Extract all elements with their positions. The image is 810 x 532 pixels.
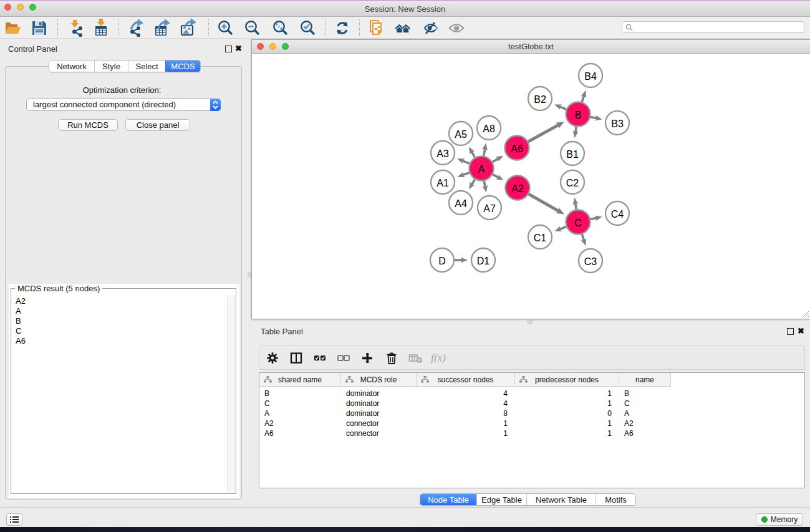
search-input[interactable] <box>634 22 804 32</box>
tab-mcds[interactable]: MCDS <box>165 60 200 72</box>
mcds-result-item[interactable]: C <box>11 326 233 336</box>
select-all-button[interactable] <box>311 349 329 367</box>
graph-node-C[interactable]: C <box>566 210 591 235</box>
hide-selected-button[interactable] <box>421 17 441 39</box>
tab-edge-table[interactable]: Edge Table <box>476 494 526 505</box>
network-window-titlebar[interactable]: testGlobe.txt <box>252 40 810 54</box>
table-panel-float-button[interactable] <box>787 328 794 335</box>
refresh-button[interactable] <box>332 17 352 39</box>
graph-node-B[interactable]: B <box>566 102 591 127</box>
tab-network[interactable]: Network <box>49 60 94 72</box>
show-columns-button[interactable] <box>287 349 305 367</box>
mcds-result-item[interactable]: A2 <box>11 296 233 306</box>
delete-rows-button[interactable] <box>383 349 400 367</box>
graph-node-A5[interactable]: A5 <box>449 122 473 145</box>
window-resize-grip[interactable] <box>803 311 809 317</box>
close-panel-button[interactable]: Close panel <box>125 119 190 131</box>
column-header-successor-nodes[interactable]: successor nodes <box>417 373 515 387</box>
criterion-dropdown[interactable]: largest connected component (directed) <box>26 99 221 111</box>
graph-edge-A-A3[interactable] <box>457 158 470 164</box>
add-row-button[interactable] <box>359 349 376 367</box>
column-header-MCDS-role[interactable]: MCDS role <box>341 373 417 387</box>
column-header-shared-name[interactable]: shared name <box>259 373 341 387</box>
column-header-name[interactable]: name <box>619 373 671 387</box>
graph-edge-B-B2[interactable] <box>554 104 566 110</box>
table-row[interactable]: A6connector11A6 <box>259 428 671 438</box>
table-row[interactable]: Cdominator41C <box>259 399 671 409</box>
tab-node-table[interactable]: Node Table <box>420 494 476 505</box>
graph-edge-A-A5[interactable] <box>469 147 475 158</box>
graph-node-A3[interactable]: A3 <box>431 141 455 165</box>
graph-node-D[interactable]: D <box>430 248 454 272</box>
graph-node-A[interactable]: A <box>470 157 494 181</box>
column-header-predecessor-nodes[interactable]: predecessor nodes <box>515 373 619 387</box>
memory-button[interactable]: Memory <box>756 513 803 526</box>
tab-select[interactable]: Select <box>128 60 165 72</box>
table-row[interactable]: A2connector11A2 <box>259 418 671 428</box>
search-field[interactable] <box>622 21 804 33</box>
graph-edge-A2-C[interactable] <box>529 194 564 214</box>
graph-edge-B-B3[interactable] <box>591 115 602 121</box>
graph-node-C1[interactable]: C1 <box>528 225 552 249</box>
graph-edge-A-A8[interactable] <box>482 143 488 156</box>
mcds-result-list[interactable]: A2ABCA6 <box>11 296 233 492</box>
graph-node-B1[interactable]: B1 <box>561 142 584 165</box>
graph-edge-B-B4[interactable] <box>581 90 586 102</box>
graph-node-A4[interactable]: A4 <box>449 191 473 215</box>
mcds-result-item[interactable]: B <box>11 316 233 326</box>
graph-node-A6[interactable]: A6 <box>505 136 529 160</box>
graph-node-A1[interactable]: A1 <box>431 170 455 194</box>
import-network-button[interactable] <box>66 17 86 39</box>
tab-motifs[interactable]: Motifs <box>595 494 635 505</box>
graph-node-C4[interactable]: C4 <box>605 201 629 225</box>
network-canvas[interactable]: AA6A2BCA5A8A3A1A4A7B2B4B3B1C2C4C1C3DD1 <box>252 54 809 319</box>
graph-edge-C-C2[interactable] <box>573 198 579 210</box>
show-all-button[interactable] <box>446 17 466 39</box>
first-neighbors-button[interactable] <box>393 17 413 39</box>
zoom-fit-button[interactable] <box>271 17 291 39</box>
graph-edge-C-C4[interactable] <box>591 215 602 221</box>
graph-edge-C-C1[interactable] <box>554 226 566 231</box>
mcds-result-item[interactable]: A <box>11 306 233 316</box>
graph-edge-C-C3[interactable] <box>581 235 586 246</box>
import-table-button[interactable] <box>91 17 111 39</box>
graph-edge-A-A2[interactable] <box>493 175 503 180</box>
open-file-button[interactable] <box>2 17 22 39</box>
graph-node-A8[interactable]: A8 <box>477 116 501 140</box>
graph-edge-A-A6[interactable] <box>493 156 503 162</box>
save-session-button[interactable] <box>29 17 49 39</box>
graph-edge-D-D1[interactable] <box>455 257 468 263</box>
mcds-result-scrollbar[interactable] <box>227 295 235 493</box>
mcds-result-item[interactable]: A6 <box>11 336 233 346</box>
graph-node-B3[interactable]: B3 <box>605 111 629 135</box>
export-table-button[interactable] <box>152 17 172 39</box>
deselect-all-button[interactable] <box>335 349 352 367</box>
zoom-selected-button[interactable] <box>298 17 318 39</box>
tab-network-table[interactable]: Network Table <box>526 494 595 505</box>
graph-node-B2[interactable]: B2 <box>528 87 552 110</box>
graph-edge-A6-B[interactable] <box>528 122 564 142</box>
table-row[interactable]: Adominator80A <box>259 409 671 418</box>
graph-node-A7[interactable]: A7 <box>478 196 501 220</box>
graph-edge-A-A7[interactable] <box>482 181 488 192</box>
control-panel-close-button[interactable]: ✖ <box>235 45 242 52</box>
export-image-button[interactable] <box>178 17 198 39</box>
table-row[interactable]: Bdominator41B <box>259 389 671 399</box>
zoom-in-button[interactable] <box>216 17 236 39</box>
graph-edge-A-A1[interactable] <box>458 172 470 177</box>
new-network-from-selection-button[interactable] <box>367 17 387 39</box>
horizontal-split-handle[interactable] <box>528 320 533 324</box>
run-mcds-button[interactable]: Run MCDS <box>58 119 118 131</box>
graph-node-D1[interactable]: D1 <box>471 248 495 272</box>
graph-edge-B-B1[interactable] <box>573 127 579 138</box>
graph-node-C2[interactable]: C2 <box>561 170 584 194</box>
tab-style[interactable]: Style <box>94 60 128 72</box>
export-network-button[interactable] <box>126 17 146 39</box>
delete-table-button[interactable] <box>407 349 424 367</box>
graph-node-A2[interactable]: A2 <box>506 176 530 200</box>
table-settings-button[interactable] <box>264 349 281 367</box>
control-panel-float-button[interactable] <box>225 46 232 52</box>
table-panel-close-button[interactable]: ✖ <box>798 327 804 334</box>
graph-edge-A-A4[interactable] <box>469 180 475 190</box>
graph-node-B4[interactable]: B4 <box>579 64 602 87</box>
